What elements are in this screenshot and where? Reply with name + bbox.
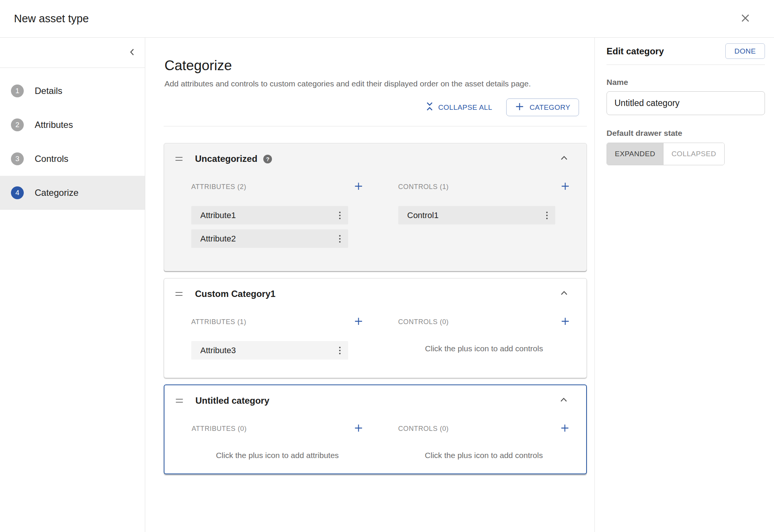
add-control-button[interactable] — [560, 423, 570, 434]
add-attribute-button[interactable] — [354, 423, 363, 434]
drawer-title: Edit category — [607, 46, 664, 57]
category-name: Uncategorized — [195, 154, 257, 164]
attributes-count-label: ATTRIBUTES (1) — [191, 318, 246, 326]
attribute-chip[interactable]: Attribute1 — [191, 206, 348, 224]
page-title: Categorize — [164, 57, 587, 74]
attributes-column: ATTRIBUTES (0) Click the plus icon to ad… — [192, 424, 363, 460]
name-field-label: Name — [607, 78, 765, 87]
edit-category-drawer: Edit category DONE Name Default drawer s… — [594, 38, 774, 532]
plus-icon — [561, 317, 570, 327]
plus-icon — [561, 181, 570, 192]
drag-handle-icon[interactable] — [175, 292, 183, 296]
plus-icon — [354, 181, 363, 192]
collapse-all-label: COLLAPSE ALL — [438, 103, 492, 112]
attributes-count-label: ATTRIBUTES (0) — [192, 425, 247, 433]
controls-empty-hint: Click the plus icon to add controls — [398, 451, 570, 460]
collapse-sidebar-button[interactable] — [127, 47, 137, 58]
expanded-option[interactable]: EXPANDED — [607, 143, 663, 165]
attribute-name: Attribute1 — [200, 211, 236, 220]
category-columns: ATTRIBUTES (1) Attribute3 — [175, 317, 570, 364]
attributes-count-label: ATTRIBUTES (2) — [191, 183, 246, 191]
category-columns: ATTRIBUTES (2) Attribute1 Attribu — [175, 182, 570, 253]
drawer-state-toggle: EXPANDED COLLAPSED — [607, 143, 725, 165]
kebab-menu-icon[interactable] — [544, 209, 550, 221]
dialog-title: New asset type — [14, 12, 89, 25]
close-button[interactable] — [738, 11, 753, 26]
page-description: Add attributes and controls to custom ca… — [164, 79, 587, 88]
collapse-category-button[interactable] — [559, 289, 569, 299]
controls-count-label: CONTROLS (0) — [398, 318, 449, 326]
controls-count-label: CONTROLS (1) — [398, 183, 449, 191]
controls-column: CONTROLS (0) Click the plus icon to add … — [398, 424, 570, 460]
step-label: Controls — [35, 154, 68, 164]
drawer-state-label: Default drawer state — [607, 129, 765, 138]
category-name-input[interactable] — [607, 91, 765, 115]
category-card-header: Uncategorized ? — [175, 152, 570, 165]
help-icon[interactable]: ? — [263, 155, 272, 163]
step-categorize[interactable]: 4 Categorize — [0, 176, 145, 210]
done-button[interactable]: DONE — [725, 43, 765, 59]
step-label: Details — [35, 86, 62, 96]
chevron-up-icon — [559, 395, 568, 406]
category-name: Custom Category1 — [195, 289, 275, 299]
step-number-badge: 2 — [11, 118, 24, 131]
categorize-panel: Categorize Add attributes and controls t… — [145, 38, 594, 532]
step-label: Attributes — [35, 120, 73, 130]
controls-column: CONTROLS (0) Click the plus icon to add … — [398, 317, 570, 364]
plus-icon — [354, 317, 363, 327]
chevron-left-icon — [127, 52, 137, 58]
attribute-chip[interactable]: Attribute2 — [191, 229, 348, 248]
collapsed-option[interactable]: COLLAPSED — [663, 143, 724, 165]
kebab-menu-icon[interactable] — [337, 344, 343, 357]
collapse-all-button[interactable]: COLLAPSE ALL — [425, 102, 492, 113]
controls-count-label: CONTROLS (0) — [398, 425, 449, 433]
category-columns: ATTRIBUTES (0) Click the plus icon to ad… — [176, 424, 570, 460]
kebab-menu-icon[interactable] — [337, 233, 343, 245]
step-number-badge: 1 — [11, 85, 24, 97]
attributes-column: ATTRIBUTES (1) Attribute3 — [191, 317, 363, 364]
control-name: Control1 — [407, 211, 439, 220]
toolbar-divider — [164, 126, 587, 126]
category-card-uncategorized: Uncategorized ? ATTRIBUTES (2) — [164, 143, 587, 271]
step-number-badge: 4 — [11, 186, 24, 199]
category-name: Untitled category — [195, 395, 269, 406]
add-category-button[interactable]: CATEGORY — [506, 98, 579, 116]
sidebar-top-row — [0, 38, 145, 68]
collapse-category-button[interactable] — [559, 154, 569, 164]
controls-column: CONTROLS (1) Control1 — [398, 182, 570, 253]
controls-empty-hint: Click the plus icon to add controls — [398, 344, 570, 353]
plus-icon — [515, 102, 524, 113]
step-number-badge: 3 — [11, 152, 24, 165]
category-card-header: Untitled category — [176, 394, 570, 407]
plus-icon — [560, 423, 570, 434]
drawer-header: Edit category DONE — [607, 38, 765, 65]
collapse-category-button[interactable] — [559, 395, 568, 406]
attribute-name: Attribute3 — [200, 346, 236, 355]
categorize-toolbar: COLLAPSE ALL CATEGORY — [164, 98, 587, 116]
attributes-column: ATTRIBUTES (2) Attribute1 Attribu — [191, 182, 363, 253]
step-attributes[interactable]: 2 Attributes — [0, 108, 145, 142]
new-asset-type-dialog: New asset type 1 Details — [0, 0, 774, 532]
category-card-untitled-category: Untitled category ATTRIBUTES (0) — [164, 384, 587, 474]
chevron-up-icon — [559, 154, 569, 164]
step-details[interactable]: 1 Details — [0, 74, 145, 108]
wizard-sidebar: 1 Details 2 Attributes 3 Controls 4 Cate… — [0, 38, 145, 532]
collapse-all-icon — [425, 102, 434, 113]
attribute-name: Attribute2 — [200, 234, 236, 244]
drag-handle-icon[interactable] — [175, 157, 183, 161]
add-attribute-button[interactable] — [354, 181, 363, 192]
chevron-up-icon — [559, 289, 569, 299]
add-control-button[interactable] — [561, 317, 570, 327]
add-attribute-button[interactable] — [354, 317, 363, 327]
plus-icon — [354, 423, 363, 434]
attribute-chip[interactable]: Attribute3 — [191, 341, 348, 360]
add-category-label: CATEGORY — [530, 103, 570, 112]
step-controls[interactable]: 3 Controls — [0, 142, 145, 176]
close-icon — [740, 12, 751, 25]
wizard-steps: 1 Details 2 Attributes 3 Controls 4 Cate… — [0, 68, 145, 210]
control-chip[interactable]: Control1 — [398, 206, 555, 224]
add-control-button[interactable] — [561, 181, 570, 192]
attributes-empty-hint: Click the plus icon to add attributes — [192, 451, 363, 460]
kebab-menu-icon[interactable] — [337, 209, 343, 221]
drag-handle-icon[interactable] — [176, 399, 183, 403]
